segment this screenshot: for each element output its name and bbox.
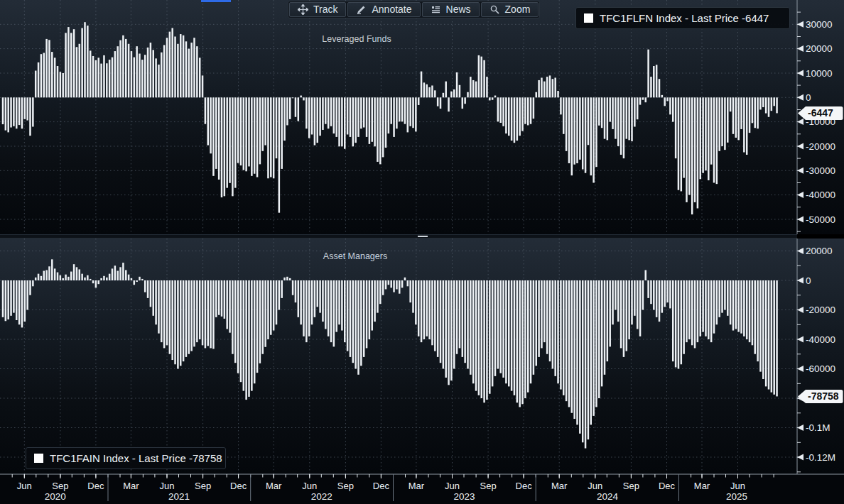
last-price-tag-bottom: -78758 (798, 390, 843, 403)
zoom-icon (489, 4, 500, 15)
chart-canvas[interactable]: 3000020000100000-10000-20000-30000-40000… (0, 0, 844, 504)
chart-toolbar: Track Annotate News (288, 1, 540, 18)
track-icon (298, 4, 308, 15)
svg-text:-60000: -60000 (806, 363, 835, 374)
svg-text:Dec: Dec (516, 481, 533, 491)
legend-tfc1fain[interactable]: TFC1FAIN Index - Last Price -78758 (26, 447, 226, 469)
svg-text:Mar: Mar (409, 481, 425, 491)
svg-text:20000: 20000 (806, 43, 833, 54)
legend-tfc1flfn[interactable]: TFC1FLFN Index - Last Price -6447 (575, 7, 790, 29)
svg-text:Sep: Sep (195, 481, 211, 491)
panel-bottom: 200000-20000-40000-60000-80000-0.1M-0.12… (0, 239, 844, 474)
svg-text:2023: 2023 (454, 491, 475, 502)
zoom-label: Zoom (505, 3, 531, 16)
annotate-icon (356, 4, 367, 15)
svg-text:2021: 2021 (168, 491, 190, 502)
svg-text:Dec: Dec (87, 481, 104, 491)
zoom-button[interactable]: Zoom (481, 2, 539, 17)
svg-text:-30000: -30000 (806, 165, 835, 176)
svg-text:Jun: Jun (302, 481, 317, 491)
svg-text:-20000: -20000 (806, 305, 835, 315)
annotate-button[interactable]: Annotate (347, 2, 420, 17)
svg-text:-50000: -50000 (806, 214, 835, 225)
x-axis: JunSepDecMarJunSepDecMarJunSepDecMarJunS… (0, 474, 844, 504)
svg-text:Dec: Dec (659, 481, 676, 491)
svg-text:Sep: Sep (480, 481, 497, 491)
svg-text:2022: 2022 (311, 491, 332, 502)
last-price-tag-top: -6447 (798, 106, 843, 120)
svg-text:Jun: Jun (588, 481, 602, 491)
svg-text:Mar: Mar (551, 481, 568, 491)
svg-text:0: 0 (806, 275, 811, 286)
splitter-grip-icon (418, 236, 428, 237)
legend-label: TFC1FLFN Index - Last Price -6447 (600, 12, 769, 24)
svg-text:10000: 10000 (806, 68, 833, 79)
svg-text:-78758: -78758 (808, 390, 839, 402)
accent-strip (201, 0, 231, 2)
svg-text:2024: 2024 (597, 491, 619, 502)
svg-text:Jun: Jun (17, 481, 32, 491)
legend-swatch (34, 454, 43, 463)
svg-text:-6447: -6447 (808, 107, 833, 119)
svg-text:Jun: Jun (160, 481, 175, 491)
y-axis-top: 3000020000100000-10000-20000-30000-40000… (797, 19, 835, 225)
legend-swatch (584, 13, 593, 23)
news-icon (431, 4, 441, 15)
svg-text:Dec: Dec (373, 481, 390, 491)
svg-text:2025: 2025 (726, 491, 747, 502)
svg-text:Jun: Jun (730, 481, 745, 491)
svg-text:2020: 2020 (45, 491, 66, 502)
svg-text:20000: 20000 (806, 246, 833, 256)
svg-text:30000: 30000 (806, 19, 833, 30)
legend-label: TFC1FAIN Index - Last Price -78758 (50, 452, 222, 464)
annotate-label: Annotate (372, 3, 411, 16)
svg-text:-20000: -20000 (806, 141, 835, 152)
svg-text:-40000: -40000 (806, 334, 835, 345)
news-button[interactable]: News (422, 2, 480, 17)
svg-text:-0.12M: -0.12M (806, 452, 835, 463)
svg-text:Sep: Sep (52, 481, 68, 491)
svg-text:Mar: Mar (123, 481, 139, 491)
svg-text:Dec: Dec (230, 481, 247, 491)
svg-text:-40000: -40000 (806, 190, 835, 200)
svg-text:0: 0 (806, 92, 811, 103)
svg-text:Mar: Mar (694, 481, 710, 491)
svg-text:-0.1M: -0.1M (806, 422, 831, 433)
svg-text:Sep: Sep (337, 481, 354, 491)
track-label: Track (313, 3, 337, 16)
svg-text:Mar: Mar (266, 481, 282, 491)
panel-top: 3000020000100000-10000-20000-30000-40000… (0, 0, 844, 234)
track-button[interactable]: Track (289, 2, 346, 17)
svg-text:Sep: Sep (623, 481, 639, 491)
news-label: News (446, 3, 471, 16)
panel-splitter[interactable] (0, 234, 797, 239)
svg-text:Jun: Jun (445, 481, 460, 491)
